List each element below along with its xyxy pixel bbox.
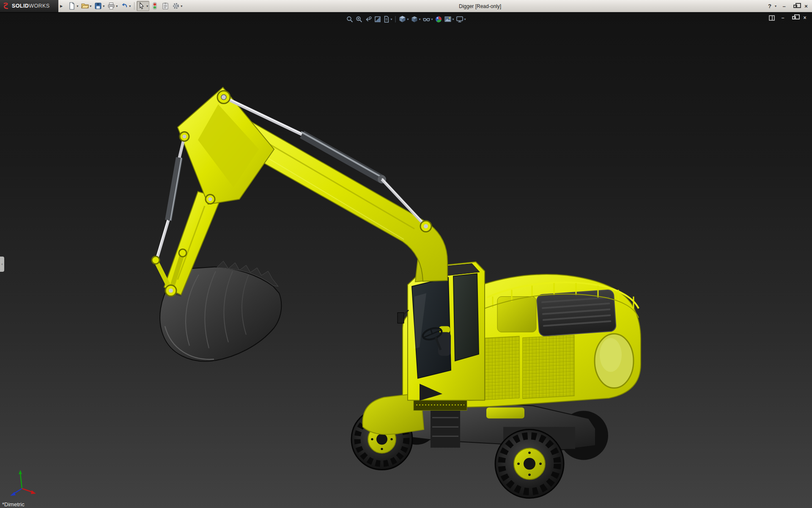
close-document-button[interactable]: × — [802, 14, 808, 21]
window-title: Digger [Read-only] — [459, 0, 501, 12]
menu-expand-icon[interactable]: ▶ — [60, 4, 63, 8]
restore-layout-button[interactable] — [769, 14, 775, 21]
minimize-document-button[interactable]: – — [780, 14, 786, 21]
restore-layout-icon — [769, 15, 775, 21]
options-button[interactable]: ▾ — [171, 1, 184, 11]
select-cursor-icon — [138, 2, 145, 10]
y-axis-arrow — [19, 470, 22, 474]
hide-show-glasses-icon — [423, 16, 431, 23]
dropdown-icon[interactable]: ▾ — [431, 17, 433, 21]
restore-icon — [793, 5, 797, 8]
cab[interactable] — [398, 262, 485, 401]
rebuild-traffic-light-icon — [151, 2, 159, 10]
dropdown-icon[interactable]: ▾ — [419, 17, 420, 21]
engine-hood — [537, 290, 616, 336]
brand-bold: SOLID — [12, 3, 29, 9]
zoom-to-area-button[interactable] — [355, 15, 363, 23]
display-style-icon — [411, 16, 418, 23]
rebuild-button[interactable] — [150, 1, 160, 11]
mirror — [398, 313, 404, 323]
apply-scene-button[interactable]: ▾ — [444, 15, 455, 23]
previous-view-button[interactable] — [364, 15, 372, 23]
apply-scene-icon — [444, 16, 452, 23]
feature-panel-collapse-tab[interactable]: ‹ — [0, 257, 4, 272]
new-document-icon — [68, 2, 76, 10]
print-icon — [107, 2, 115, 10]
previous-view-icon — [365, 16, 372, 23]
view-orientation-label: *Dimetric — [2, 501, 25, 508]
titlebar: SOLIDWORKS ▶ ▾ ▾ ▾ — [0, 0, 812, 12]
display-style-button[interactable]: ▾ — [410, 15, 421, 23]
dropdown-icon[interactable]: ▾ — [453, 17, 454, 21]
print-button[interactable]: ▾ — [106, 1, 119, 11]
save-icon — [94, 2, 102, 10]
toolbar-separator — [395, 16, 395, 22]
rear-fender — [486, 408, 524, 419]
zoom-to-fit-button[interactable] — [346, 15, 354, 23]
restore-document-button[interactable] — [791, 14, 797, 21]
dropdown-icon[interactable]: ▾ — [181, 4, 182, 8]
document-window-controls: – × — [769, 14, 808, 21]
select-button[interactable]: ▾ — [137, 1, 149, 11]
toolbar-separator — [134, 2, 134, 10]
tank — [497, 297, 536, 332]
dropdown-icon[interactable]: ▾ — [390, 17, 392, 21]
dropdown-icon[interactable]: ▾ — [407, 17, 409, 21]
view-orientation-button[interactable]: ▾ — [398, 15, 409, 23]
rear-wheel[interactable] — [495, 430, 564, 498]
annotations-button[interactable]: ▾ — [383, 15, 392, 23]
viewport[interactable]: ▾ ▾ ▾ ▾ — [0, 13, 812, 508]
access-steps — [431, 409, 460, 448]
help-dropdown-icon[interactable]: ▾ — [775, 4, 776, 8]
reference-triad — [6, 468, 39, 499]
excavator-model[interactable] — [152, 88, 641, 498]
standard-toolbar: ▾ ▾ ▾ ▾ — [67, 1, 184, 11]
side-window — [453, 274, 479, 361]
hide-show-items-button[interactable]: ▾ — [422, 15, 433, 23]
body[interactable] — [362, 274, 641, 434]
dropdown-icon[interactable]: ▾ — [146, 4, 148, 8]
file-properties-button[interactable] — [160, 1, 170, 11]
dropdown-icon[interactable]: ▾ — [464, 17, 466, 21]
zoom-to-area-icon — [355, 16, 362, 23]
open-button[interactable]: ▾ — [80, 1, 93, 11]
minimize-button[interactable]: – — [781, 3, 787, 10]
file-properties-icon — [162, 2, 169, 10]
save-button[interactable]: ▾ — [93, 1, 106, 11]
x-axis-arrow — [31, 490, 36, 494]
window-controls: ? ▾ – × — [766, 0, 809, 12]
model-canvas[interactable] — [0, 13, 812, 508]
brand-light: WORKS — [29, 3, 49, 9]
zoom-to-fit-icon — [346, 16, 353, 23]
new-document-button[interactable]: ▾ — [67, 1, 80, 11]
dropdown-icon[interactable]: ▾ — [77, 4, 78, 8]
open-icon — [81, 2, 89, 10]
section-view-icon — [374, 16, 381, 23]
edit-appearance-ball-icon — [435, 16, 442, 23]
dropdown-icon[interactable]: ▾ — [116, 4, 118, 8]
undo-icon — [121, 2, 128, 10]
close-button[interactable]: × — [803, 3, 809, 10]
restore-icon — [792, 16, 796, 19]
view-settings-icon — [456, 16, 464, 23]
undo-button[interactable]: ▾ — [119, 1, 132, 11]
solidworks-logo: SOLIDWORKS — [0, 0, 58, 12]
edit-appearance-button[interactable] — [435, 15, 443, 23]
heads-up-toolbar: ▾ ▾ ▾ ▾ — [346, 15, 466, 23]
options-gear-icon — [172, 2, 180, 10]
dropdown-icon[interactable]: ▾ — [103, 4, 104, 8]
dropdown-icon[interactable]: ▾ — [90, 4, 91, 8]
help-button[interactable]: ? — [766, 3, 773, 10]
section-view-button[interactable] — [373, 15, 381, 23]
solidworks-logo-icon — [3, 2, 10, 10]
view-settings-button[interactable]: ▾ — [456, 15, 466, 23]
view-orientation-cube-icon — [398, 15, 406, 23]
brand-text: SOLIDWORKS — [12, 3, 49, 9]
dropdown-icon[interactable]: ▾ — [129, 4, 131, 8]
restore-button[interactable] — [792, 3, 798, 10]
annotations-icon — [383, 16, 390, 23]
